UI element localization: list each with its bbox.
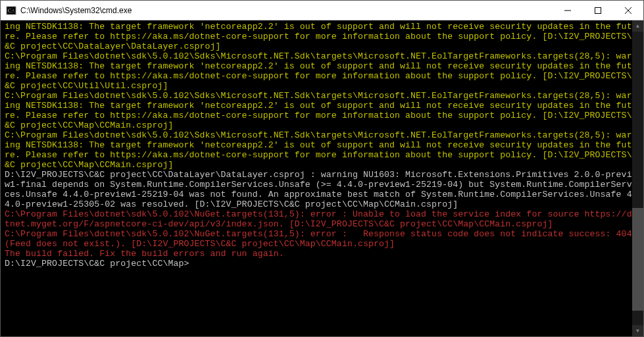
scroll-up-button[interactable]: ▲ — [632, 20, 643, 32]
scroll-down-button[interactable]: ▼ — [632, 325, 643, 336]
cmd-window: C:\ C:\Windows\System32\cmd.exe ing NETS… — [0, 0, 644, 337]
titlebar[interactable]: C:\ C:\Windows\System32\cmd.exe — [1, 1, 643, 20]
svg-text:C:\: C:\ — [8, 8, 15, 14]
minimize-button[interactable] — [553, 1, 583, 20]
console-line: C:\Program Files\dotnet\sdk\5.0.102\NuGe… — [5, 209, 639, 229]
console-line: ing NETSDK1138: The target framework 'ne… — [5, 22, 639, 51]
console-output: ing NETSDK1138: The target framework 'ne… — [5, 22, 639, 269]
scroll-thumb[interactable] — [632, 208, 643, 311]
console-line: D:\I2V_PROJECTS\C&C project\CC\DataLayer… — [5, 170, 639, 209]
console-line: C:\Program Files\dotnet\sdk\5.0.102\NuGe… — [5, 229, 639, 249]
console-line: C:\Program Files\dotnet\sdk\5.0.102\Sdks… — [5, 51, 639, 91]
cmd-icon: C:\ — [6, 5, 16, 16]
cursor — [189, 259, 194, 269]
console-area[interactable]: ing NETSDK1138: The target framework 'ne… — [1, 20, 643, 336]
prompt-line[interactable]: D:\I2V_PROJECTS\C&C project\CC\Map> — [5, 259, 639, 269]
console-line: The build failed. Fix the build errors a… — [5, 249, 639, 259]
scroll-track[interactable] — [632, 32, 643, 325]
console-line: C:\Program Files\dotnet\sdk\5.0.102\Sdks… — [5, 130, 639, 170]
maximize-button[interactable] — [583, 1, 613, 20]
close-button[interactable] — [613, 1, 643, 20]
vertical-scrollbar[interactable]: ▲ ▼ — [632, 20, 643, 336]
console-line: C:\Program Files\dotnet\sdk\5.0.102\Sdks… — [5, 91, 639, 130]
svg-rect-3 — [595, 7, 601, 13]
window-controls — [553, 1, 643, 20]
window-title: C:\Windows\System32\cmd.exe — [20, 6, 553, 15]
